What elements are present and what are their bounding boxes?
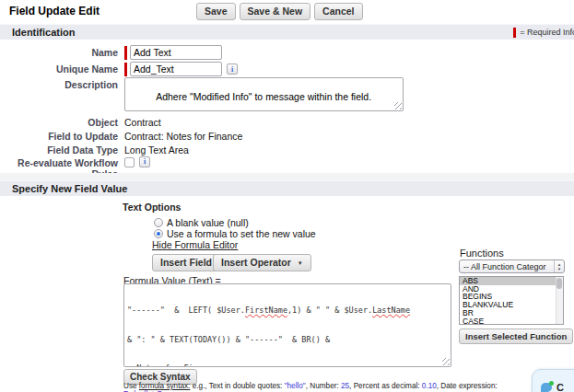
function-list-item[interactable]: BLANKVALUE [460, 301, 563, 309]
field-data-type-label: Field Data Type [0, 143, 118, 156]
info-icon[interactable]: i [139, 156, 150, 167]
save-button[interactable]: Save [196, 3, 236, 20]
identification-section-header: Identification = Required Information [0, 24, 574, 40]
name-input[interactable] [130, 45, 222, 60]
blank-value-radio[interactable]: A blank value (null) [154, 217, 249, 228]
identification-section-title: Identification [12, 27, 75, 38]
unique-name-row: Unique Name i [0, 62, 574, 76]
insert-field-button[interactable]: Insert Field [152, 254, 220, 271]
insert-operator-button[interactable]: Insert Operator ▼ [213, 254, 311, 271]
specify-section-body: Text Options A blank value (null) Use a … [0, 196, 574, 392]
field-to-update-row: Field to Update Contract: Notes for Fina… [0, 129, 574, 142]
specify-section-title: Specify New Field Value [12, 183, 127, 194]
function-category-value: -- All Function Categor [463, 262, 554, 271]
chat-widget-label: C [556, 382, 564, 392]
required-legend: = Required Information [513, 28, 574, 38]
unique-name-label: Unique Name [0, 62, 118, 75]
use-formula-radio[interactable]: Use a formula to set the new value [154, 228, 316, 239]
required-legend-text: = Required Information [520, 28, 574, 37]
insert-selected-function-button[interactable]: Insert Selected Function [459, 329, 573, 344]
description-text: Adhere "Modified Info" to message within… [156, 91, 371, 102]
functions-listbox[interactable]: ABS AND BEGINS BLANKVALUE BR CASE [459, 276, 564, 325]
required-red-bar-icon [513, 28, 516, 38]
select-stepper-icon: ▲▼ [554, 260, 564, 272]
description-label: Description [0, 77, 118, 90]
required-marker-icon [124, 46, 127, 60]
field-to-update-value: Contract: Notes for Finance [124, 129, 242, 142]
blank-value-radio-label: A blank value (null) [167, 217, 249, 228]
function-list-item[interactable]: CASE [460, 317, 563, 325]
radio-unselected-icon[interactable] [154, 218, 163, 227]
formula-textarea[interactable]: "------" & LEFT( $User.FirstName,1) & " … [123, 283, 451, 367]
save-and-new-button[interactable]: Save & New [240, 3, 311, 20]
text-options-heading: Text Options [123, 202, 181, 213]
syntax-help-text: Use formula syntax: e.g., Text in double… [123, 382, 498, 391]
resize-grip-icon[interactable] [442, 358, 450, 365]
description-textarea[interactable]: Adhere "Modified Info" to message within… [124, 77, 404, 111]
formula-line-3: Notes_for_Finance__c [127, 363, 448, 367]
field-data-type-value: Long Text Area [124, 143, 189, 156]
section-divider [0, 173, 574, 180]
cancel-button[interactable]: Cancel [314, 3, 362, 20]
online-status-dot-icon [549, 381, 554, 386]
function-category-select[interactable]: -- All Function Categor ▲▼ [459, 259, 565, 273]
dropdown-arrow-icon: ▼ [298, 260, 303, 266]
chat-widget[interactable]: C [532, 369, 574, 392]
use-formula-radio-label: Use a formula to set the new value [167, 228, 316, 239]
scrollbar-thumb[interactable] [556, 278, 562, 289]
listbox-scrollbar[interactable] [556, 277, 563, 324]
resize-grip-icon[interactable] [394, 102, 402, 110]
unique-name-input[interactable] [130, 62, 222, 76]
chat-bubble-icon [541, 383, 552, 392]
name-row: Name [0, 45, 574, 60]
required-marker-icon [124, 63, 127, 76]
object-row: Object Contract [0, 115, 574, 128]
name-label: Name [0, 45, 118, 58]
formula-syntax-link[interactable]: formula syntax: [139, 382, 191, 390]
field-to-update-label: Field to Update [0, 129, 118, 142]
toolbar: Save Save & New Cancel [196, 3, 363, 20]
formula-line-1: "------" & LEFT( $User.FirstName,1) & " … [127, 306, 448, 316]
reevaluate-checkbox[interactable] [124, 157, 135, 167]
object-value: Contract [124, 115, 161, 128]
hide-formula-editor-link[interactable]: Hide Formula Editor [152, 239, 238, 250]
field-data-type-row: Field Data Type Long Text Area [0, 143, 574, 156]
description-row: Description Adhere "Modified Info" to me… [0, 77, 574, 111]
info-icon[interactable]: i [227, 63, 238, 75]
field-update-edit-page: Field Update Edit Save Save & New Cancel… [0, 0, 574, 392]
formula-line-2: & ": " & TEXT(TODAY()) & "------" & BR()… [127, 335, 448, 345]
specify-section-header: Specify New Field Value [0, 180, 574, 196]
radio-selected-icon[interactable] [154, 229, 163, 238]
functions-heading: Functions [460, 248, 504, 259]
object-label: Object [0, 115, 118, 128]
page-title: Field Update Edit [9, 5, 100, 17]
